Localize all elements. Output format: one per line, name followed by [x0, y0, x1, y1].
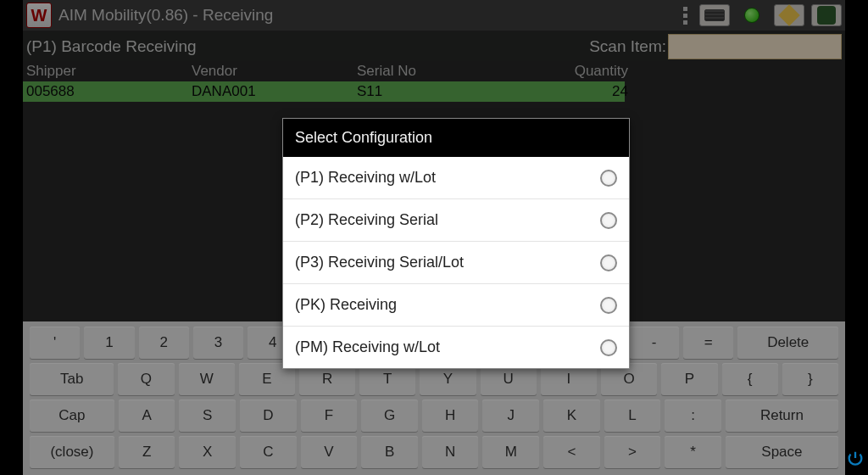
- dialog-item-label: (PM) Receiving w/Lot: [295, 338, 440, 356]
- select-configuration-dialog: Select Configuration (P1) Receiving w/Lo…: [282, 118, 630, 369]
- config-option-p2-receiving-serial[interactable]: (P2) Receiving Serial: [283, 199, 629, 242]
- power-icon[interactable]: [846, 450, 865, 472]
- dialog-item-label: (P2) Receiving Serial: [295, 211, 438, 229]
- radio-icon: [600, 339, 617, 356]
- radio-icon: [600, 254, 617, 271]
- config-option-p1-receiving-wlot[interactable]: (P1) Receiving w/Lot: [283, 157, 629, 199]
- app-window: W AIM Mobility(0.86) - Receiving (P1) Ba…: [23, 0, 845, 475]
- dialog-item-label: (P3) Receiving Serial/Lot: [295, 254, 464, 271]
- radio-icon: [600, 212, 617, 229]
- config-option-pk-receiving[interactable]: (PK) Receiving: [283, 284, 629, 327]
- config-option-pm-receiving-wlot[interactable]: (PM) Receiving w/Lot: [283, 327, 629, 368]
- radio-icon: [600, 297, 617, 314]
- config-option-p3-receiving-serial-lot[interactable]: (P3) Receiving Serial/Lot: [283, 242, 629, 284]
- dialog-title: Select Configuration: [283, 119, 629, 157]
- dialog-item-label: (PK) Receiving: [295, 296, 397, 314]
- dialog-item-label: (P1) Receiving w/Lot: [295, 169, 436, 187]
- radio-icon: [600, 170, 617, 187]
